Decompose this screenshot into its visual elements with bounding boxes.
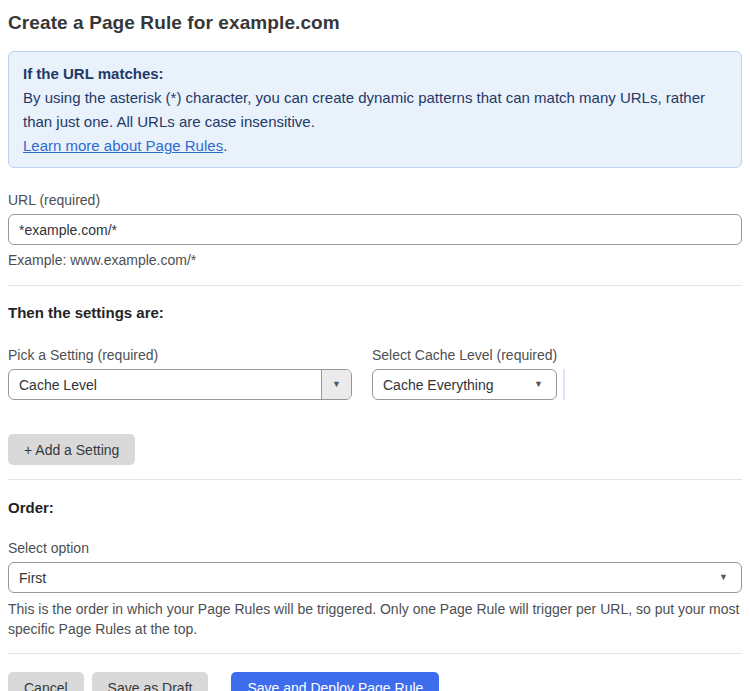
cache-level-select[interactable]: Cache Everything ▼	[372, 369, 557, 400]
add-setting-row: + Add a Setting	[8, 434, 742, 465]
url-field-label: URL (required)	[8, 192, 742, 208]
chevron-down-icon: ▼	[332, 380, 341, 389]
order-select-value: First	[9, 563, 719, 592]
setting-separator	[563, 369, 565, 400]
setting-picker-arrow-box: ▼	[321, 370, 351, 399]
setting-picker-column: Pick a Setting (required) Cache Level ▼	[8, 347, 352, 400]
divider	[8, 285, 742, 286]
info-box-heading: If the URL matches:	[23, 62, 727, 86]
info-box-body: By using the asterisk (*) character, you…	[23, 86, 727, 134]
footer-buttons: Cancel Save as Draft Save and Deploy Pag…	[8, 672, 742, 691]
divider	[8, 479, 742, 480]
chevron-down-icon: ▼	[719, 573, 728, 582]
url-field-helper: Example: www.example.com/*	[8, 252, 742, 268]
page-title: Create a Page Rule for example.com	[8, 12, 742, 34]
order-select-label: Select option	[8, 540, 742, 556]
cache-level-label: Select Cache Level (required)	[372, 347, 565, 363]
cancel-button[interactable]: Cancel	[8, 672, 84, 691]
setting-picker-label: Pick a Setting (required)	[8, 347, 352, 363]
divider	[8, 653, 742, 654]
cache-level-value: Cache Everything	[373, 370, 534, 399]
link-period: .	[223, 137, 227, 154]
settings-section-heading: Then the settings are:	[8, 305, 742, 321]
save-and-deploy-button[interactable]: Save and Deploy Page Rule	[231, 672, 439, 691]
setting-picker-select[interactable]: Cache Level ▼	[8, 369, 352, 400]
add-setting-button[interactable]: + Add a Setting	[8, 434, 135, 465]
cache-level-column: Select Cache Level (required) Cache Ever…	[372, 347, 565, 400]
cache-level-arrow-wrap: ▼	[534, 370, 556, 399]
info-box-link-row: Learn more about Page Rules.	[23, 134, 727, 158]
setting-picker-value: Cache Level	[9, 370, 321, 399]
url-input[interactable]	[8, 214, 742, 245]
settings-row: Pick a Setting (required) Cache Level ▼ …	[8, 347, 742, 400]
chevron-down-icon: ▼	[534, 380, 543, 389]
order-helper-text: This is the order in which your Page Rul…	[8, 599, 742, 639]
order-section-heading: Order:	[8, 500, 742, 516]
order-select-arrow-wrap: ▼	[719, 563, 741, 592]
order-select[interactable]: First ▼	[8, 562, 742, 593]
learn-more-link[interactable]: Learn more about Page Rules	[23, 137, 223, 154]
url-match-info-box: If the URL matches: By using the asteris…	[8, 51, 742, 168]
save-as-draft-button[interactable]: Save as Draft	[92, 672, 209, 691]
